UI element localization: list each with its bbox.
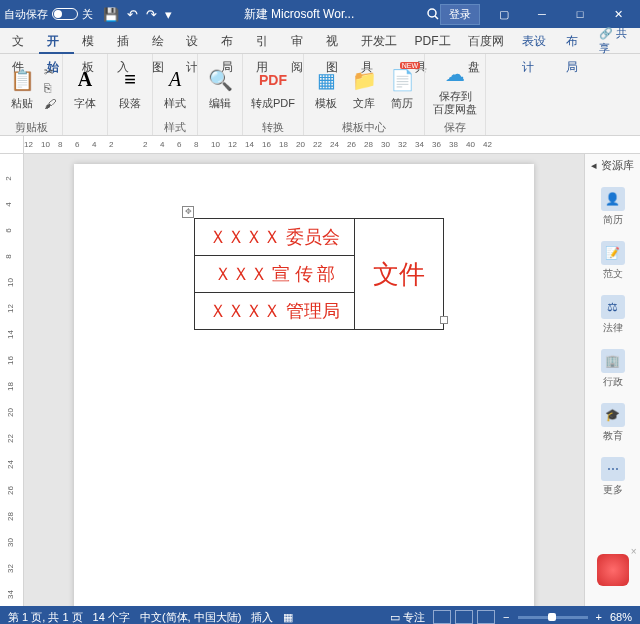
cut-icon[interactable]: ✂ [44,65,56,79]
editing-button[interactable]: 🔍 编辑 [204,64,236,113]
sidepanel-law[interactable]: ⚖法律 [601,295,625,335]
table-move-handle[interactable]: ✥ [182,206,194,218]
language-status[interactable]: 中文(简体, 中国大陆) [140,610,241,625]
pdf-icon: PDF [259,66,287,94]
gift-promo[interactable] [597,554,629,586]
styles-icon: A [161,66,189,94]
autosave-state: 关 [82,7,93,22]
document-page[interactable]: ✥ ＸＸＸＸ 委员会 文件 ＸＸＸ 宣 传 部 ＸＸＸＸ 管理局 [74,164,534,606]
template-center-label: 模板中心 [342,119,386,135]
format-painter-icon[interactable]: 🖌 [44,97,56,111]
law-icon: ⚖ [601,295,625,319]
word-count[interactable]: 14 个字 [93,610,130,625]
find-icon: 🔍 [206,66,234,94]
paste-icon: 📋 [8,66,36,94]
tab-layout[interactable]: 布局 [213,28,248,54]
cloud-icon: ☁ [441,60,469,88]
convert-pdf-button[interactable]: PDF 转成PDF [249,64,297,113]
resume-icon: 📄 [388,66,416,94]
paragraph-icon: ≡ [116,66,144,94]
ribbon-options-icon[interactable]: ▢ [486,0,522,28]
web-view-icon[interactable] [477,610,495,624]
zoom-in-button[interactable]: + [596,611,602,623]
tab-insert[interactable]: 插入 [109,28,144,54]
admin-icon: 🏢 [601,349,625,373]
table-resize-handle[interactable] [440,316,448,324]
font-button[interactable]: A 字体 [69,64,101,113]
redo-icon[interactable]: ↷ [146,7,157,22]
focus-mode[interactable]: ▭ 专注 [390,610,425,625]
resume-button[interactable]: NEW 📄 简历 [386,64,418,113]
undo-icon[interactable]: ↶ [127,7,138,22]
close-button[interactable]: ✕ [600,0,636,28]
tab-review[interactable]: 审阅 [283,28,318,54]
qat-dropdown-icon[interactable]: ▾ [165,7,172,22]
table-cell-merged[interactable]: 文件 [354,219,443,330]
library-icon: 📁 [350,66,378,94]
save-icon[interactable]: 💾 [103,7,119,22]
document-table[interactable]: ＸＸＸＸ 委员会 文件 ＸＸＸ 宣 传 部 ＸＸＸＸ 管理局 [194,218,444,330]
sidepanel-sample[interactable]: 📝范文 [601,241,625,281]
new-badge: NEW [400,62,420,69]
edu-icon: 🎓 [601,403,625,427]
macro-icon[interactable]: ▦ [283,611,293,624]
zoom-level[interactable]: 68% [610,611,632,623]
tab-developer[interactable]: 开发工具 [353,28,407,54]
svg-point-0 [428,9,436,17]
sidepanel-resume[interactable]: 👤简历 [601,187,625,227]
document-area[interactable]: ✥ ＸＸＸＸ 委员会 文件 ＸＸＸ 宣 传 部 ＸＸＸＸ 管理局 [24,154,584,606]
table-cell[interactable]: ＸＸＸＸ 管理局 [195,293,355,330]
tab-view[interactable]: 视图 [318,28,353,54]
templates-button[interactable]: ▦ 模板 [310,64,342,113]
library-button[interactable]: 📁 文库 [348,64,380,113]
autosave-label: 自动保存 [4,7,48,22]
tab-table-design[interactable]: 表设计 [514,28,558,54]
tab-pdf[interactable]: PDF工具 [407,28,461,54]
styles-group-label: 样式 [164,119,186,135]
paste-button[interactable]: 📋 粘贴 [6,64,38,113]
print-layout-view-icon[interactable] [433,610,451,624]
tab-design[interactable]: 设计 [178,28,213,54]
login-button[interactable]: 登录 [440,4,480,25]
page-status[interactable]: 第 1 页, 共 1 页 [8,610,83,625]
insert-mode[interactable]: 插入 [251,610,273,625]
autosave-toggle[interactable] [52,8,78,20]
resume-panel-icon: 👤 [601,187,625,211]
tab-baidu[interactable]: 百度网盘 [460,28,514,54]
ruler-corner [0,136,24,153]
font-icon: A [71,66,99,94]
sidepanel-edu[interactable]: 🎓教育 [601,403,625,443]
more-icon: ⋯ [601,457,625,481]
tab-templates[interactable]: 模板 [74,28,109,54]
zoom-slider[interactable] [518,616,588,619]
sidepanel-admin[interactable]: 🏢行政 [601,349,625,389]
horizontal-ruler[interactable]: 1210864224681012141618202224262830323436… [24,136,640,153]
maximize-button[interactable]: □ [562,0,598,28]
copy-icon[interactable]: ⎘ [44,81,56,95]
save-group-label: 保存 [444,119,466,135]
save-baidu-button[interactable]: ☁ 保存到 百度网盘 [431,58,479,118]
tab-file[interactable]: 文件 [4,28,39,54]
minimize-button[interactable]: ─ [524,0,560,28]
zoom-out-button[interactable]: − [503,611,509,623]
document-title: 新建 Microsoft Wor... [172,6,426,23]
paragraph-button[interactable]: ≡ 段落 [114,64,146,113]
sample-icon: 📝 [601,241,625,265]
tab-references[interactable]: 引用 [248,28,283,54]
table-cell[interactable]: ＸＸＸ 宣 传 部 [195,256,355,293]
tab-draw[interactable]: 绘图 [144,28,179,54]
tab-table-layout[interactable]: 布局 [558,28,593,54]
read-view-icon[interactable] [455,610,473,624]
styles-button[interactable]: A 样式 [159,64,191,113]
templates-icon: ▦ [312,66,340,94]
sidepanel-title: ◂ 资源库 [591,158,633,173]
convert-group-label: 转换 [262,119,284,135]
search-icon[interactable] [426,7,440,21]
tab-home[interactable]: 开始 [39,28,74,54]
sidepanel-more[interactable]: ⋯更多 [601,457,625,497]
table-cell[interactable]: ＸＸＸＸ 委员会 [195,219,355,256]
svg-line-1 [435,16,438,19]
share-button[interactable]: 🔗 共享 [593,26,636,56]
vertical-ruler[interactable]: 246810121416182022242628303234 [0,154,24,606]
clipboard-group-label: 剪贴板 [15,119,48,135]
